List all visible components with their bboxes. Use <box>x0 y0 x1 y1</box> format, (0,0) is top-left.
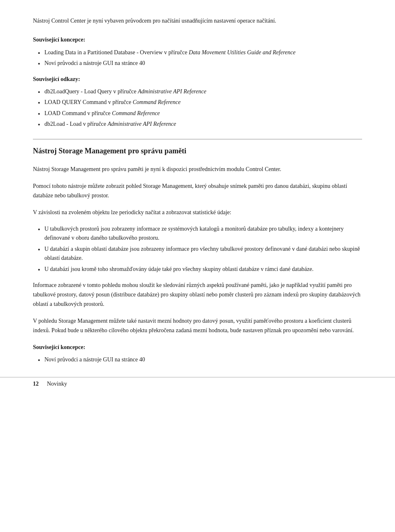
italic-reference: Administrative API Reference <box>108 121 176 127</box>
list-item-text: U databází jsou kromě toho shromažďovány… <box>44 266 314 272</box>
related-concepts-2-heading: Související koncepce: <box>33 343 362 352</box>
list-item: LOAD QUERY Command v příručce Command Re… <box>36 98 362 107</box>
italic-reference: Administrative API Reference <box>138 88 206 95</box>
footer-label: Novinky <box>47 381 67 387</box>
page-container: Nástroj Control Center je nyní vybaven p… <box>0 0 395 396</box>
related-concepts-list: Loading Data in a Partitioned Database -… <box>33 48 362 68</box>
list-item-text: U databází a skupin oblastí databáze jso… <box>44 246 360 261</box>
list-item: LOAD Command v příručce Command Referenc… <box>36 109 362 118</box>
list-item: Noví průvodci a nástroje GUI na stránce … <box>36 355 362 364</box>
list-item-text: LOAD QUERY Command v příručce Command Re… <box>44 99 181 105</box>
list-item-text: U tabulkových prostorů jsou zobrazeny in… <box>44 226 344 241</box>
info-paragraph: Informace zobrazené v tomto pohledu moho… <box>33 280 362 309</box>
related-concepts-heading: Související koncepce: <box>33 35 362 44</box>
section-title: Nástroj Storage Management pro správu pa… <box>33 146 362 156</box>
italic-reference: Command Reference <box>112 110 160 116</box>
list-item-text: db2LoadQuery - Load Query v příručce Adm… <box>44 88 206 95</box>
related-links-list: db2LoadQuery - Load Query v příručce Adm… <box>33 87 362 129</box>
related-links-heading: Související odkazy: <box>33 75 362 84</box>
page-footer: 12 Novinky <box>0 377 395 387</box>
list-item: Loading Data in a Partitioned Database -… <box>36 48 362 57</box>
intro-paragraph: Nástroj Control Center je nyní vybaven p… <box>33 16 362 25</box>
related-concepts-2-section: Související koncepce: Noví průvodci a ná… <box>33 343 362 365</box>
related-concepts-section: Související koncepce: Loading Data in a … <box>33 35 362 68</box>
list-item-text: Loading Data in a Partitioned Database -… <box>44 49 295 56</box>
list-item-text: LOAD Command v příručce Command Referenc… <box>44 110 160 116</box>
list-item: U databází jsou kromě toho shromažďovány… <box>36 265 362 274</box>
list-item-text: Noví průvodci a nástroje GUI na stránce … <box>44 60 145 66</box>
italic-reference: Command Reference <box>133 99 181 105</box>
statistics-list: U tabulkových prostorů jsou zobrazeny in… <box>33 224 362 274</box>
italic-reference: Data Movement Utilities Guide and Refere… <box>189 49 296 56</box>
related-links-section: Související odkazy: db2LoadQuery - Load … <box>33 75 362 129</box>
related-concepts-2-list: Noví průvodci a nástroje GUI na stránce … <box>33 355 362 364</box>
section-intro-2: Pomocí tohoto nástroje můžete zobrazit p… <box>33 181 362 200</box>
list-item-text: db2Load - Load v příručce Administrative… <box>44 121 176 127</box>
threshold-paragraph: V pohledu Storage Management můžete také… <box>33 316 362 335</box>
list-item: Noví průvodci a nástroje GUI na stránce … <box>36 59 362 68</box>
list-item: U tabulkových prostorů jsou zobrazeny in… <box>36 224 362 243</box>
page-number: 12 <box>33 381 39 387</box>
list-item: db2LoadQuery - Load Query v příručce Adm… <box>36 87 362 96</box>
list-item: U databází a skupin oblastí databáze jso… <box>36 245 362 263</box>
section-intro-1: Nástroj Storage Management pro správu pa… <box>33 164 362 174</box>
list-item: db2Load - Load v příručce Administrative… <box>36 120 362 129</box>
list-item-text: Noví průvodci a nástroje GUI na stránce … <box>44 356 145 363</box>
section-divider <box>33 139 362 139</box>
statistics-intro: V závislosti na zvoleném objektu lze per… <box>33 208 362 217</box>
